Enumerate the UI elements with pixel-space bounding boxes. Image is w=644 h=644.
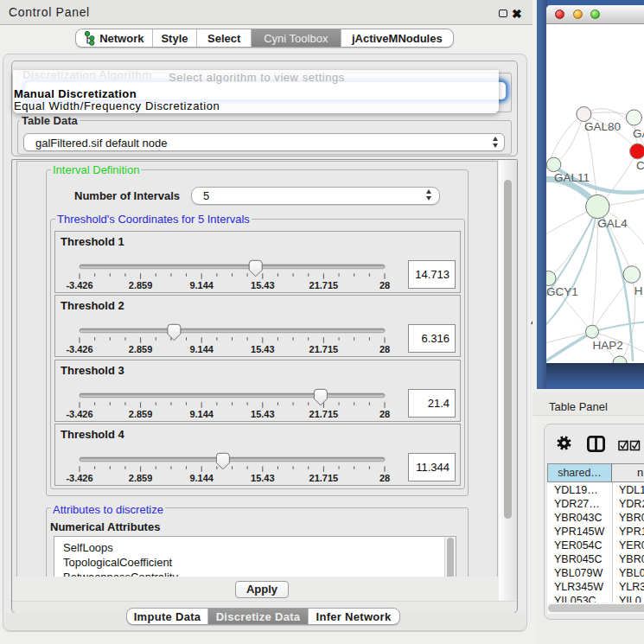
svg-text:GAL4: GAL4 <box>597 217 628 230</box>
svg-text:GAL11: GAL11 <box>554 171 590 184</box>
svg-text:9.144: 9.144 <box>189 473 214 483</box>
svg-text:15.43: 15.43 <box>251 473 275 483</box>
svg-text:15.43: 15.43 <box>251 280 275 290</box>
svg-text:-3.426: -3.426 <box>66 409 92 419</box>
svg-text:15.43: 15.43 <box>251 409 275 419</box>
svg-text:9.144: 9.144 <box>189 344 214 354</box>
svg-text:21.715: 21.715 <box>309 280 339 290</box>
svg-text:H: H <box>634 284 643 297</box>
svg-text:9.144: 9.144 <box>189 280 214 290</box>
svg-text:21.715: 21.715 <box>309 473 339 483</box>
svg-text:28: 28 <box>379 280 390 290</box>
svg-text:-3.426: -3.426 <box>66 473 92 483</box>
svg-text:2.859: 2.859 <box>129 344 153 354</box>
svg-text:C: C <box>636 159 644 172</box>
svg-text:15.43: 15.43 <box>251 344 275 354</box>
svg-text:28: 28 <box>379 473 390 483</box>
svg-text:2.859: 2.859 <box>129 473 153 483</box>
svg-text:2.859: 2.859 <box>129 409 153 419</box>
svg-text:HAP2: HAP2 <box>592 339 622 352</box>
svg-text:-3.426: -3.426 <box>66 344 92 354</box>
svg-text:28: 28 <box>379 344 390 354</box>
svg-text:2.859: 2.859 <box>129 280 153 290</box>
svg-text:GAL80: GAL80 <box>584 120 621 133</box>
svg-text:9.144: 9.144 <box>189 409 214 419</box>
svg-text:GA: GA <box>633 127 644 140</box>
svg-text:21.715: 21.715 <box>309 409 339 419</box>
svg-text:GCY1: GCY1 <box>546 285 578 298</box>
svg-text:28: 28 <box>379 409 390 419</box>
svg-text:21.715: 21.715 <box>309 344 339 354</box>
svg-text:-3.426: -3.426 <box>66 280 92 290</box>
